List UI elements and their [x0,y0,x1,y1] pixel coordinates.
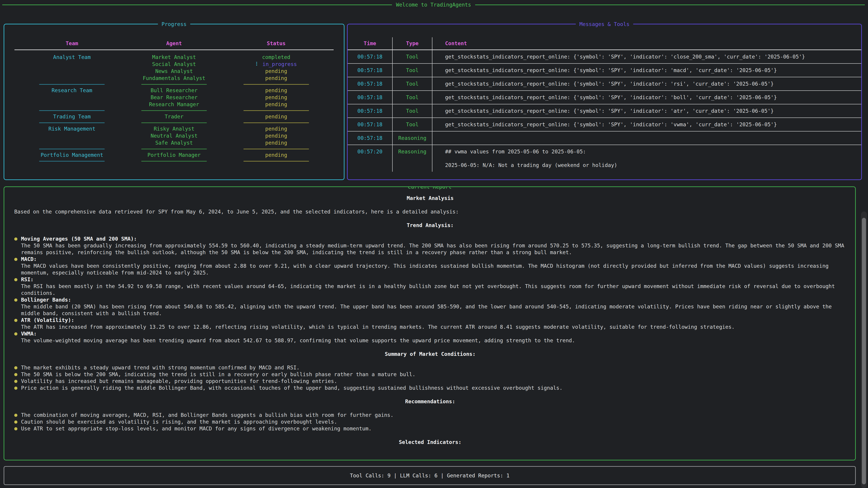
agent-name: Social Analyst [129,61,219,68]
list-item: VWMA:The volume-weighted moving average … [14,330,846,344]
message-type: Reasoning [392,145,432,172]
stats-footer: Tool Calls: 9 | LLM Calls: 6 | Generated… [4,466,856,485]
status-badge: pending [219,75,334,82]
agent-name: Trader [129,113,219,120]
recommendations-bullet-list: The combination of moving averages, MACD… [14,412,846,432]
bullet-icon [14,319,18,322]
scrollbar-thumb[interactable] [862,218,866,484]
table-row: 00:57:18 Tool get_stockstats_indicators_… [348,64,861,77]
list-item: MACD:The MACD values have been consisten… [14,256,846,276]
report-heading-selected-indicators: Selected Indicators: [14,439,846,446]
agent-name: Safe Analyst [129,139,219,147]
bullet-icon [14,332,18,335]
message-time: 00:57:18 [348,50,392,63]
messages-panel: Messages & Tools Time Type Content 00:57… [347,24,862,180]
agent-name: Neutral Analyst [129,132,219,139]
section-separator [14,159,334,164]
message-content: get_stockstats_indicators_report_online:… [432,91,861,104]
table-row: 00:57:20 Reasoning ## vwma values from 2… [348,145,861,172]
agent-name: Bull Researcher [129,87,219,94]
message-time: 00:57:18 [348,77,392,90]
message-type: Tool [392,50,432,63]
team-name: Analyst Team [14,54,129,61]
message-type: Tool [392,64,432,77]
messages-panel-title: Messages & Tools [576,21,633,28]
summary-bullet-list: The market exhibits a steady upward tren… [14,364,846,391]
table-row: 00:57:18 Tool get_stockstats_indicators_… [348,104,861,118]
stats-text: Tool Calls: 9 | LLM Calls: 6 | Generated… [350,473,509,479]
status-badge: completed [219,54,334,61]
list-item: Caution should be exercised as volatilit… [14,418,846,425]
status-badge: pending [219,94,334,101]
section-separator [14,108,334,113]
status-badge: pending [219,87,334,94]
progress-table: Team Agent Status Analyst Team Market An… [14,37,334,164]
report-heading-trend-analysis: Trend Analysis: [14,222,846,229]
progress-panel: Progress Team Agent Status Analyst Team … [4,24,344,180]
app-header: Welcome to TradingAgents [2,1,865,9]
table-row: 00:57:18 Tool get_stockstats_indicators_… [348,118,861,131]
agent-name: Research Manager [129,101,219,108]
list-item: Price action is generally riding the mid… [14,385,846,391]
list-item: The market exhibits a steady upward tren… [14,364,846,371]
message-time: 00:57:18 [348,118,392,131]
messages-table-header: Time Type Content [348,37,861,50]
bullet-icon [14,427,18,430]
message-content: ## vwma values from 2025-05-06 to 2025-0… [432,145,861,172]
message-content: get_stockstats_indicators_report_online:… [432,50,861,63]
status-badge: pending [219,113,334,120]
bullet-icon [14,414,18,417]
status-badge: ⠇in_progress [219,61,334,68]
team-section-research: Research Team Bull Researcher Bear Resea… [14,87,334,108]
section-separator [14,82,334,87]
message-time: 00:57:18 [348,91,392,104]
spinner-icon: ⠇ [255,61,259,67]
message-content: get_stockstats_indicators_report_online:… [432,77,861,90]
message-time: 00:57:20 [348,145,392,172]
message-type: Tool [392,104,432,118]
table-row: 00:57:18 Tool get_stockstats_indicators_… [348,77,861,91]
bullet-icon [14,387,18,390]
column-header-type: Type [392,37,432,50]
team-name: Trading Team [14,113,129,120]
message-time: 00:57:18 [348,131,392,144]
team-name: Risk Management [14,125,129,132]
bullet-icon [14,366,18,369]
current-report-panel: Current Report Market Analysis Based on … [4,186,856,460]
report-heading-market-analysis: Market Analysis [14,195,846,201]
team-name: Research Team [14,87,129,94]
message-content [432,131,861,144]
team-section-portfolio: Portfolio Management Portfolio Manager p… [14,152,334,159]
bullet-icon [14,237,18,240]
bullet-icon [14,420,18,424]
messages-table: Time Type Content 00:57:18 Tool get_stoc… [348,37,861,172]
list-item: Bollinger Bands:The middle band (20 SMA)… [14,296,846,317]
header-rule-left [2,4,392,5]
list-item: Volatility has increased but remains man… [14,378,846,385]
bullet-icon [14,373,18,376]
team-section-trading: Trading Team Trader pending [14,113,334,120]
list-item: Moving Averages (50 SMA and 200 SMA):The… [14,235,846,256]
team-section-analyst: Analyst Team Market Analyst Social Analy… [14,54,334,82]
section-separator [14,120,334,125]
message-type: Tool [392,77,432,90]
list-item: Use ATR to set appropriate stop-loss lev… [14,425,846,432]
report-heading-summary: Summary of Market Conditions: [14,351,846,357]
column-header-time: Time [348,37,392,50]
status-badge: pending [219,101,334,108]
status-badge: pending [219,125,334,132]
column-header-status: Status [219,37,334,50]
agent-name: News Analyst [129,68,219,75]
column-header-agent: Agent [129,37,219,50]
agent-name: Risky Analyst [129,125,219,132]
report-intro: Based on the comprehensive data retrieve… [14,208,846,215]
status-badge: pending [219,132,334,139]
bullet-icon [14,278,18,281]
column-header-content: Content [432,37,861,50]
table-row: 00:57:18 Reasoning [348,131,861,145]
section-separator [14,147,334,152]
bullet-icon [14,258,18,261]
status-badge: pending [219,68,334,75]
list-item: The 50 SMA is below the 200 SMA, indicat… [14,371,846,378]
column-header-team: Team [14,37,129,50]
